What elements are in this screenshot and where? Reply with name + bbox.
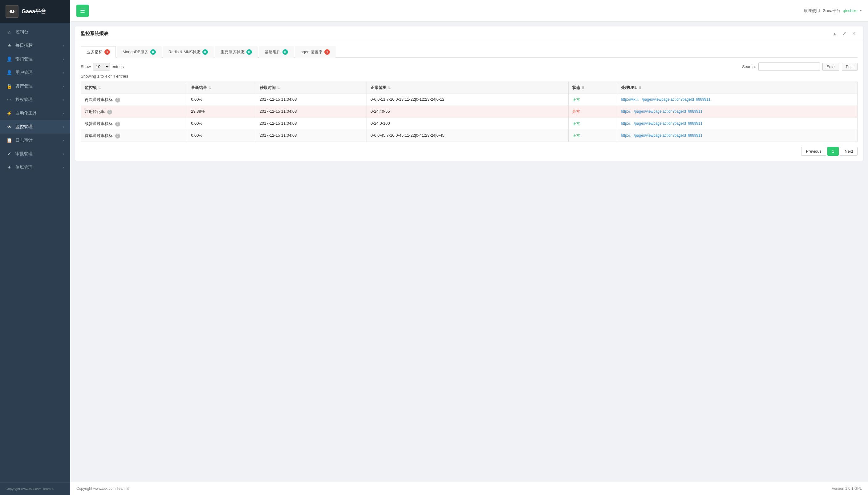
sort-icon-result[interactable]: ⇅ [208, 86, 211, 89]
url-link-3[interactable]: http://…/pages/viewpage.action?pageId=68… [621, 121, 703, 125]
cell-range-3: 0-24|0-100 [367, 118, 569, 130]
chevron-icon-auth: › [63, 98, 64, 102]
tab-label-mongodb: MongoDB服务 [122, 49, 149, 55]
sidebar-label-user: 用户管理 [15, 70, 33, 75]
cell-url-3: http://…/pages/viewpage.action?pageId=68… [617, 118, 857, 130]
col-header-item: 监控项⇅ [81, 82, 187, 94]
tab-base[interactable]: 基础组件 0 [259, 46, 294, 57]
sidebar-item-duty[interactable]: ✦ 值班管理 › [0, 161, 70, 174]
entries-select[interactable]: 102550100 [93, 63, 110, 70]
sidebar-item-log[interactable]: 📋 日志审计 › [0, 134, 70, 147]
sidebar-item-approve[interactable]: ✔ 审批管理 › [0, 147, 70, 161]
chevron-icon-daily: › [63, 44, 64, 47]
logo-text: Gaea平台 [21, 8, 46, 15]
sidebar-label-dashboard: 控制台 [15, 29, 28, 35]
search-group: Search: Excel Print [742, 63, 857, 71]
sidebar-item-user[interactable]: 👤 用户管理 › [0, 66, 70, 80]
sort-icon-range[interactable]: ⇅ [388, 86, 390, 89]
url-link-1[interactable]: http://wiki.i…/pages/viewpage.action?pag… [621, 97, 711, 102]
sort-icon-url[interactable]: ⇅ [638, 86, 641, 89]
monitor-card: 监控系统报表 ▲ ⤢ ✕ 业务指标 1 MongoDB服务 0 Redis & … [75, 27, 863, 161]
page-footer: Copyright www.xxx.com Team © Version 1.0… [70, 482, 868, 495]
col-header-status: 状态⇅ [568, 82, 617, 94]
search-input[interactable] [758, 63, 820, 71]
table-row: 续贷通过率指标 ? 0.00% 2017-12-15 11:04:03 0-24… [81, 118, 857, 130]
cell-item-4: 首单通过率指标 ? [81, 130, 187, 142]
cell-status-1: 正常 [568, 94, 617, 106]
tab-business[interactable]: 业务指标 1 [81, 46, 116, 57]
user-name[interactable]: qinshixu [843, 8, 857, 13]
url-link-4[interactable]: http://…/pages/viewpage.action?pageId=68… [621, 133, 703, 138]
sort-icon-time[interactable]: ⇅ [277, 86, 280, 89]
tab-redis[interactable]: Redis & MNS状态 0 [163, 46, 214, 57]
monitor-icon: 👁 [6, 124, 12, 130]
help-icon-4[interactable]: ? [115, 134, 120, 138]
help-icon-2[interactable]: ? [107, 109, 112, 115]
collapse-button[interactable]: ▲ [831, 30, 838, 37]
url-link-2[interactable]: http://…/pages/viewpage.action?pageId=68… [621, 109, 703, 114]
card-body: 业务指标 1 MongoDB服务 0 Redis & MNS状态 0 重要服务状… [75, 41, 863, 161]
cell-time-3: 2017-12-15 11:04:03 [256, 118, 367, 130]
cell-range-4: 0-6|0-45:7-10|0-45:11-22|0-41:23-24|0-45 [367, 130, 569, 142]
sidebar-item-asset[interactable]: 🔒 资产管理 › [0, 80, 70, 93]
next-button[interactable]: Next [840, 147, 857, 156]
main-area: ☰ 欢迎使用 Gaea平台 qinshixu ▾ 监控系统报表 ▲ ⤢ ✕ 业务… [70, 0, 868, 495]
tab-badge-service: 0 [246, 49, 252, 55]
sidebar-label-log: 日志审计 [15, 138, 33, 143]
cell-item-3: 续贷通过率指标 ? [81, 118, 187, 130]
show-entries: Show 102550100 entries [81, 63, 124, 70]
tab-badge-agent: 1 [324, 49, 330, 55]
status-badge-2: 异常 [572, 109, 580, 114]
footer-copyright: Copyright www.xxx.com Team © [77, 487, 129, 491]
previous-button[interactable]: Previous [801, 147, 826, 156]
chevron-icon-user: › [63, 71, 64, 74]
cell-status-2: 异常 [568, 106, 617, 118]
tab-bar: 业务指标 1 MongoDB服务 0 Redis & MNS状态 0 重要服务状… [81, 46, 857, 57]
page-btn-1[interactable]: 1 [827, 147, 839, 156]
sidebar-label-monitor: 监控管理 [15, 124, 33, 130]
sort-icon-status[interactable]: ⇅ [582, 86, 584, 89]
topbar-right: 欢迎使用 Gaea平台 qinshixu ▾ [804, 8, 862, 14]
col-header-time: 获取时间⇅ [256, 82, 367, 94]
tab-service[interactable]: 重要服务状态 0 [215, 46, 258, 57]
entries-label: entries [112, 64, 124, 69]
cell-url-1: http://wiki.i…/pages/viewpage.action?pag… [617, 94, 857, 106]
sidebar-item-dept[interactable]: 👤 部门管理 › [0, 52, 70, 66]
data-table: 监控项⇅最新结果⇅获取时间⇅正常范围⇅状态⇅处理URL⇅ 再次通过率指标 ? 0… [81, 82, 857, 142]
resize-button[interactable]: ⤢ [841, 30, 848, 37]
chevron-icon-asset: › [63, 84, 64, 88]
chevron-icon-log: › [63, 138, 64, 142]
chevron-icon-duty: › [63, 166, 64, 169]
excel-button[interactable]: Excel [822, 63, 839, 71]
sort-icon-item[interactable]: ⇅ [98, 86, 101, 89]
help-icon-3[interactable]: ? [115, 122, 120, 126]
close-button[interactable]: ✕ [850, 30, 857, 37]
showing-info: Showing 1 to 4 of 4 entries [81, 74, 857, 79]
user-dropdown-arrow[interactable]: ▾ [860, 8, 862, 13]
tab-agent[interactable]: agent覆盖率 1 [295, 46, 336, 57]
table-controls: Show 102550100 entries Search: Excel Pri… [81, 63, 857, 71]
tab-badge-base: 0 [282, 49, 288, 55]
auth-icon: ✏ [6, 97, 12, 103]
cell-item-1: 再次通过率指标 ? [81, 94, 187, 106]
chevron-icon-approve: › [63, 152, 64, 156]
sidebar-label-daily: 每日指标 [15, 43, 33, 48]
sidebar-item-monitor[interactable]: 👁 监控管理 › [0, 120, 70, 134]
table-head: 监控项⇅最新结果⇅获取时间⇅正常范围⇅状态⇅处理URL⇅ [81, 82, 857, 94]
sidebar-item-dashboard[interactable]: ⌂ 控制台 [0, 25, 70, 39]
welcome-text: 欢迎使用 [804, 8, 820, 14]
sidebar-item-auto[interactable]: ⚡ 自动化工具 › [0, 106, 70, 120]
sidebar-item-auth[interactable]: ✏ 授权管理 › [0, 93, 70, 106]
print-button[interactable]: Print [842, 63, 857, 71]
status-badge-4: 正常 [572, 133, 580, 138]
chevron-icon-dept: › [63, 57, 64, 61]
user-icon: 👤 [6, 70, 12, 75]
logo-icon: HLH [5, 5, 18, 18]
status-badge-3: 正常 [572, 121, 580, 126]
search-label: Search: [742, 64, 756, 69]
menu-toggle-button[interactable]: ☰ [77, 5, 89, 17]
sidebar-label-approve: 审批管理 [15, 151, 33, 157]
help-icon-1[interactable]: ? [115, 98, 120, 103]
tab-mongodb[interactable]: MongoDB服务 0 [117, 46, 162, 57]
sidebar-item-daily[interactable]: ★ 每日指标 › [0, 39, 70, 52]
